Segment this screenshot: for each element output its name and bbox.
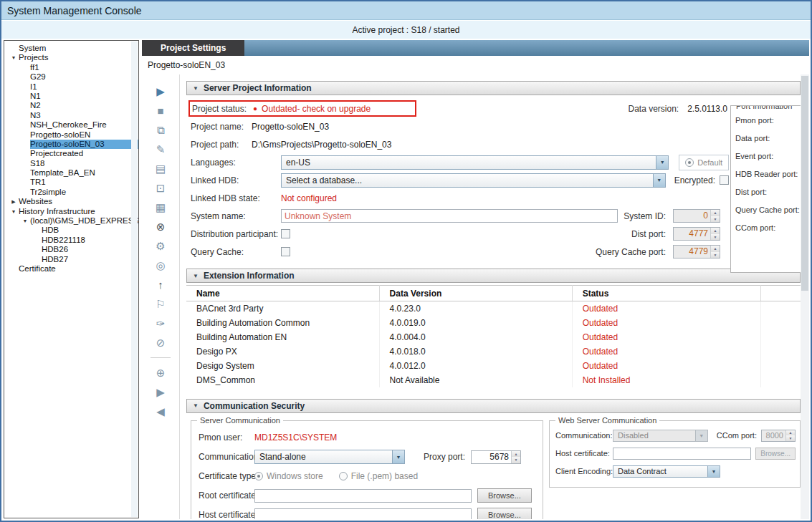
host-certificate-input[interactable] — [254, 508, 472, 520]
web-host-certificate-input[interactable] — [613, 448, 751, 460]
server-project-info-body: Project status: ● Outdated- check on upg… — [186, 95, 801, 264]
activate-project-icon[interactable]: ⊡ — [142, 178, 179, 198]
save-project-icon[interactable]: ▦ — [142, 198, 179, 217]
tree-item-hdb27[interactable]: HDB27 — [4, 255, 138, 264]
root-certificate-input[interactable] — [254, 489, 472, 503]
file-pem-radio[interactable] — [339, 472, 348, 480]
tree-item-hdb26[interactable]: HDB26 — [4, 245, 138, 254]
tree-item-gms-hdb-express[interactable]: ▼(local)\GMS_HDB_EXPRESS — [4, 216, 138, 226]
distribution-checkbox[interactable] — [281, 229, 290, 238]
chevron-down-icon[interactable]: ▼ — [695, 430, 707, 441]
tree-item-i1[interactable]: I1 — [4, 82, 138, 92]
extension-row[interactable]: Building Automation Common 4.0.019.0 Out… — [186, 316, 801, 330]
tree-item-n1[interactable]: N1 — [4, 92, 138, 101]
tree-item-projectcreated[interactable]: Projectcreated — [4, 149, 138, 158]
toolbar-separator — [151, 357, 171, 358]
stop-project-icon[interactable]: ■ — [142, 101, 179, 120]
extension-row[interactable]: Desigo System 4.0.012.0 Outdated — [186, 359, 801, 373]
expand-arrow-icon[interactable]: ▼ — [9, 207, 19, 216]
upgrade-project-icon[interactable]: ↑ — [142, 275, 179, 294]
tree-item-progetto-soloen-03-selected[interactable]: Progetto-soloEN_03 — [4, 140, 138, 149]
tree-item-template-ba-en[interactable]: Template_BA_EN — [4, 168, 138, 178]
history-back-icon[interactable]: ◀ — [142, 402, 179, 421]
tree-item-n2[interactable]: N2 — [4, 101, 138, 110]
stepper-up-icon[interactable]: ▲ — [711, 228, 720, 234]
tree-item-s18[interactable]: S18 — [4, 159, 138, 168]
delete-project-icon[interactable]: ⊗ — [142, 217, 179, 236]
tree-item-g29[interactable]: G29 — [4, 72, 138, 82]
web-host-certificate-browse-button[interactable]: Browse... — [755, 448, 796, 460]
encrypted-checkbox[interactable] — [720, 175, 729, 185]
web-communication-dropdown[interactable]: Disabled ▼ — [613, 430, 708, 442]
chevron-down-icon[interactable]: ▼ — [392, 450, 404, 463]
stepper-down-icon[interactable]: ▼ — [711, 234, 720, 241]
expand-arrow-icon[interactable]: ▼ — [20, 216, 30, 226]
tab-project-settings[interactable]: Project Settings — [142, 40, 244, 56]
notification-icon[interactable]: ⚐ — [142, 294, 179, 314]
tree-item-nsh-cherokee-fire[interactable]: NSH_Cherokee_Fire — [4, 120, 138, 130]
tree-item-history-infrastructure[interactable]: ▼History Infrastructure — [4, 207, 138, 216]
dist-port-stepper[interactable]: 4777 ▲▼ — [673, 227, 720, 241]
tree-item-tr1[interactable]: TR1 — [4, 178, 138, 187]
stepper-down-icon[interactable]: ▼ — [711, 216, 720, 223]
stepper-down-icon[interactable]: ▼ — [711, 252, 720, 258]
scrollbar-thumb[interactable] — [801, 76, 808, 291]
tree-item-n3[interactable]: N3 — [4, 111, 138, 120]
expand-arrow-icon[interactable]: ▶ — [9, 197, 19, 206]
tree-item-system[interactable]: System — [4, 44, 138, 53]
ccom-port-stepper[interactable]: 8000 ▲▼ — [761, 430, 796, 442]
tree-item-tr2simple[interactable]: Tr2simple — [4, 188, 138, 197]
stepper-up-icon[interactable]: ▲ — [512, 451, 520, 458]
proxy-port-stepper[interactable]: 5678 ▲▼ — [471, 450, 521, 464]
client-encoding-dropdown[interactable]: Data Contract ▼ — [613, 465, 720, 478]
breadcrumb-text: Progetto-soloEN_03 — [148, 60, 225, 70]
linked-hdb-dropdown[interactable]: Select a database... ▼ — [281, 173, 666, 188]
history-forward-icon[interactable]: ▶ — [142, 382, 179, 402]
validate-project-icon[interactable]: ◎ — [142, 256, 179, 275]
extension-row[interactable]: Building Automation EN 4.0.004.0 Outdate… — [186, 330, 801, 344]
default-radio[interactable] — [685, 158, 694, 167]
add-icon[interactable]: ⊕ — [142, 363, 179, 382]
server-project-info-header[interactable]: ▼ Server Project Information — [186, 81, 801, 95]
languages-dropdown[interactable]: en-US ▼ — [281, 155, 669, 170]
root-certificate-browse-button[interactable]: Browse... — [477, 488, 532, 503]
expand-arrow-icon[interactable]: ▼ — [9, 53, 19, 62]
web-server-communication-group: Web Server Communication Communication: … — [549, 420, 801, 488]
chevron-down-icon[interactable]: ▼ — [707, 466, 720, 477]
tree-item-hdb221118[interactable]: HDB221118 — [4, 236, 138, 245]
tree-item-websites[interactable]: ▶Websites — [4, 197, 138, 206]
tree-item-certificate[interactable]: Certificate — [4, 264, 138, 274]
tree-scrollbar[interactable] — [131, 42, 138, 517]
edit-project-icon[interactable]: ✎ — [142, 140, 179, 159]
extension-row[interactable]: Desigo PX 4.0.018.0 Outdated — [186, 344, 801, 359]
project-maintenance-icon[interactable]: ⚙ — [142, 236, 179, 256]
stepper-down-icon[interactable]: ▼ — [786, 435, 795, 441]
chevron-down-icon[interactable]: ▼ — [653, 174, 665, 187]
tree-item-projects[interactable]: ▼Projects — [4, 53, 138, 62]
unlink-hdb-icon[interactable]: ⊘ — [142, 333, 179, 352]
start-project-icon[interactable]: ▶ — [142, 82, 179, 101]
restore-backup-icon[interactable]: ▤ — [142, 159, 179, 178]
extension-info-header[interactable]: ▼ Extension Information — [186, 269, 801, 283]
windows-store-radio[interactable] — [254, 472, 263, 480]
host-certificate-browse-button[interactable]: Browse... — [477, 508, 532, 519]
sign-certificate-icon[interactable]: ✑ — [142, 314, 179, 333]
copy-project-icon[interactable]: ⧉ — [142, 120, 179, 140]
communication-dropdown[interactable]: Stand-alone ▼ — [254, 450, 405, 464]
stepper-up-icon[interactable]: ▲ — [786, 430, 795, 436]
content-scrollbar[interactable] — [801, 74, 809, 519]
stepper-down-icon[interactable]: ▼ — [512, 457, 520, 463]
extension-row[interactable]: BACnet 3rd Party 4.0.23.0 Outdated — [186, 301, 801, 316]
stepper-up-icon[interactable]: ▲ — [711, 246, 720, 252]
system-id-stepper[interactable]: 0 ▲▼ — [673, 209, 720, 223]
tree-item-hdb[interactable]: HDB — [4, 226, 138, 235]
chevron-down-icon[interactable]: ▼ — [656, 156, 668, 169]
communication-security-header[interactable]: ▼ Communication Security — [186, 399, 801, 413]
query-cache-port-stepper[interactable]: 4779 ▲▼ — [673, 245, 720, 258]
query-cache-checkbox[interactable] — [281, 247, 290, 256]
tree-item-ff1[interactable]: ff1 — [4, 63, 138, 72]
stepper-up-icon[interactable]: ▲ — [711, 210, 720, 216]
extension-row[interactable]: DMS_Common Not Available Not Installed — [186, 373, 801, 387]
tree-item-progetto-soloen[interactable]: Progetto-soloEN — [4, 130, 138, 140]
system-name-input[interactable] — [281, 209, 618, 223]
